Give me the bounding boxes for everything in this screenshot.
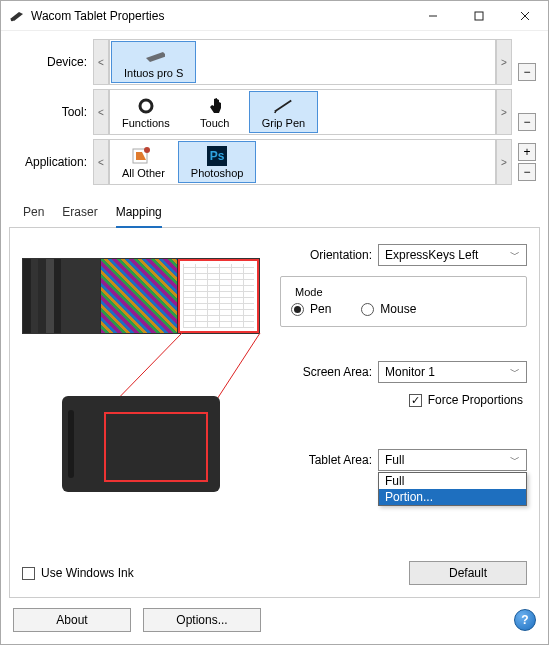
- app-remove-button[interactable]: −: [518, 163, 536, 181]
- all-other-icon: [132, 146, 154, 166]
- spacer: [518, 93, 536, 111]
- tool-item-label: Grip Pen: [262, 117, 305, 129]
- tab-pen[interactable]: Pen: [23, 205, 44, 223]
- app-prev-button[interactable]: <: [93, 139, 109, 185]
- screen-preview: [22, 258, 260, 334]
- svg-marker-5: [146, 52, 165, 62]
- close-button[interactable]: [502, 1, 548, 31]
- tool-next-button[interactable]: >: [496, 89, 512, 135]
- device-row: Device: < Intuos pro S > −: [13, 39, 536, 85]
- photoshop-icon: Ps: [206, 146, 228, 166]
- footer: About Options... ?: [1, 598, 548, 644]
- options-button[interactable]: Options...: [143, 608, 261, 632]
- tabbar: Pen Eraser Mapping: [9, 199, 540, 228]
- tablet-area-select[interactable]: Full ﹀ Full Portion...: [378, 449, 527, 471]
- mode-label: Mode: [291, 286, 327, 298]
- svg-line-8: [275, 100, 292, 111]
- mode-radio-mouse[interactable]: Mouse: [361, 302, 416, 316]
- orientation-label: Orientation:: [280, 248, 372, 262]
- device-strip: Intuos pro S: [109, 39, 496, 85]
- tool-label: Tool:: [13, 105, 93, 119]
- tool-item-label: Touch: [200, 117, 229, 129]
- about-button[interactable]: About: [13, 608, 131, 632]
- tool-remove-button[interactable]: −: [518, 113, 536, 131]
- app-next-button[interactable]: >: [496, 139, 512, 185]
- mode-fieldset: Mode Pen Mouse: [280, 276, 527, 327]
- maximize-button[interactable]: [456, 1, 502, 31]
- tablet-area-value: Full: [385, 453, 404, 467]
- chevron-down-icon: ﹀: [510, 365, 520, 379]
- device-label: Device:: [13, 55, 93, 69]
- tool-row: Tool: < Functions Touch Grip Pen > −: [13, 89, 536, 135]
- tablet-area-option-portion[interactable]: Portion...: [379, 489, 526, 505]
- mode-radio-pen[interactable]: Pen: [291, 302, 331, 316]
- screen-area-value: Monitor 1: [385, 365, 435, 379]
- monitor-preview-1: [23, 259, 101, 333]
- svg-point-0: [11, 18, 13, 20]
- screen-area-label: Screen Area:: [280, 365, 372, 379]
- orientation-select[interactable]: ExpressKeys Left ﹀: [378, 244, 527, 266]
- monitor-preview-3-active: [178, 259, 259, 333]
- app-item-all-other[interactable]: All Other: [110, 140, 177, 184]
- chevron-down-icon: ﹀: [510, 453, 520, 467]
- tablet-icon: [143, 46, 165, 66]
- svg-point-11: [144, 147, 150, 153]
- tool-item-touch[interactable]: Touch: [182, 90, 248, 134]
- application-label: Application:: [13, 155, 93, 169]
- tablet-preview: [62, 396, 220, 492]
- radio-icon: [291, 303, 304, 316]
- touch-icon: [204, 96, 226, 116]
- app-item-label: All Other: [122, 167, 165, 179]
- svg-text:Ps: Ps: [210, 149, 225, 163]
- device-prev-button[interactable]: <: [93, 39, 109, 85]
- app-strip: All Other Ps Photoshop: [109, 139, 496, 185]
- default-button[interactable]: Default: [409, 561, 527, 585]
- tablet-area-label: Tablet Area:: [280, 453, 372, 467]
- checkbox-label: Use Windows Ink: [41, 566, 134, 580]
- spacer: [518, 43, 536, 61]
- tool-prev-button[interactable]: <: [93, 89, 109, 135]
- device-remove-button[interactable]: −: [518, 63, 536, 81]
- device-item-label: Intuos pro S: [124, 67, 183, 79]
- help-button[interactable]: ?: [514, 609, 536, 631]
- app-add-button[interactable]: +: [518, 143, 536, 161]
- screen-area-select[interactable]: Monitor 1 ﹀: [378, 361, 527, 383]
- titlebar: Wacom Tablet Properties: [1, 1, 548, 31]
- window-title: Wacom Tablet Properties: [31, 9, 410, 23]
- radio-icon: [361, 303, 374, 316]
- checkbox-icon: [22, 567, 35, 580]
- tab-mapping[interactable]: Mapping: [116, 205, 162, 228]
- radio-label: Pen: [310, 302, 331, 316]
- orientation-value: ExpressKeys Left: [385, 248, 478, 262]
- application-row: Application: < All Other Ps Photoshop > …: [13, 139, 536, 185]
- radio-label: Mouse: [380, 302, 416, 316]
- tablet-active-area: [104, 412, 208, 482]
- tablet-area-dropdown: Full Portion...: [378, 472, 527, 506]
- tab-eraser[interactable]: Eraser: [62, 205, 97, 223]
- svg-point-7: [143, 103, 148, 108]
- checkbox-icon: ✓: [409, 394, 422, 407]
- mapping-settings: Orientation: ExpressKeys Left ﹀ Mode Pen…: [280, 240, 527, 492]
- mapping-panel: Orientation: ExpressKeys Left ﹀ Mode Pen…: [9, 228, 540, 598]
- pen-icon: [272, 96, 294, 116]
- tool-item-label: Functions: [122, 117, 170, 129]
- app-icon: [9, 8, 25, 24]
- chevron-down-icon: ﹀: [510, 248, 520, 262]
- selectors: Device: < Intuos pro S > − Tool: < Funct…: [1, 31, 548, 193]
- device-next-button[interactable]: >: [496, 39, 512, 85]
- monitor-preview-2: [101, 259, 179, 333]
- tool-strip: Functions Touch Grip Pen: [109, 89, 496, 135]
- checkbox-label: Force Proportions: [428, 393, 523, 407]
- mapping-preview: [22, 240, 268, 492]
- minimize-button[interactable]: [410, 1, 456, 31]
- app-item-label: Photoshop: [191, 167, 244, 179]
- device-item-intuos[interactable]: Intuos pro S: [111, 41, 196, 83]
- force-proportions-checkbox[interactable]: ✓ Force Proportions: [409, 393, 523, 407]
- app-item-photoshop[interactable]: Ps Photoshop: [178, 141, 257, 183]
- svg-rect-2: [475, 12, 483, 20]
- tool-item-grip-pen[interactable]: Grip Pen: [249, 91, 318, 133]
- gear-icon: [135, 96, 157, 116]
- use-windows-ink-checkbox[interactable]: Use Windows Ink: [22, 566, 134, 580]
- tablet-area-option-full[interactable]: Full: [379, 473, 526, 489]
- tool-item-functions[interactable]: Functions: [110, 90, 182, 134]
